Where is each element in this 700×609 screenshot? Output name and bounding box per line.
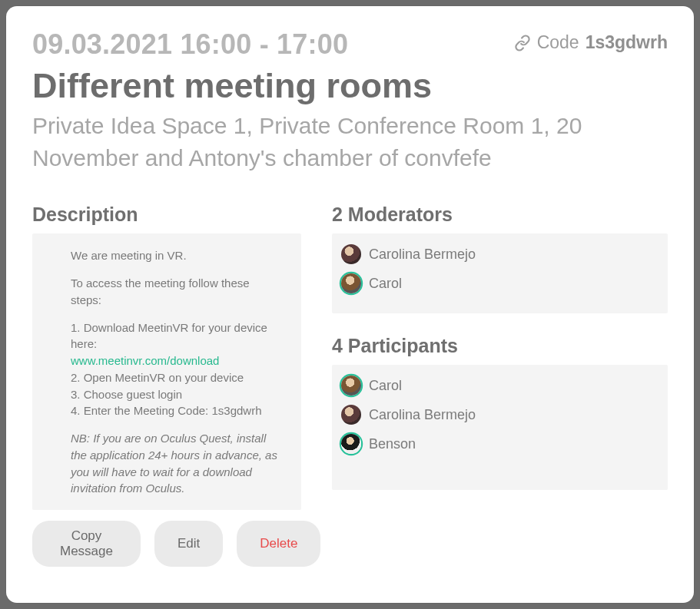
header-row: 09.03.2021 16:00 - 17:00 Code 1s3gdwrh <box>32 29 668 60</box>
desc-step3: 3. Choose guest login <box>71 388 182 401</box>
person-row[interactable]: Benson <box>338 429 662 458</box>
copy-message-button[interactable]: Copy Message <box>32 521 141 567</box>
participants-heading: 4 Participants <box>332 335 668 357</box>
edit-button[interactable]: Edit <box>154 521 223 567</box>
description-section: Description We are meeting in VR. To acc… <box>32 204 301 567</box>
person-name: Carol <box>369 276 402 292</box>
meeting-detail-window: 09.03.2021 16:00 - 17:00 Code 1s3gdwrh D… <box>6 6 694 603</box>
person-name: Carol <box>369 378 402 394</box>
person-name: Benson <box>369 436 416 452</box>
body-grid: Description We are meeting in VR. To acc… <box>32 204 668 567</box>
avatar <box>341 273 361 293</box>
meeting-title: Different meeting rooms <box>32 66 668 106</box>
avatar <box>341 376 361 396</box>
link-icon <box>514 35 531 51</box>
avatar <box>341 434 361 454</box>
person-row[interactable]: Carol <box>338 371 662 400</box>
action-buttons: Copy Message Edit Delete <box>32 521 301 567</box>
desc-step1-prefix: 1. Download MeetinVR for your device her… <box>71 321 267 351</box>
desc-steps-lead: To access the meeting follow these steps… <box>71 275 283 309</box>
code-value: 1s3gdwrh <box>586 32 668 53</box>
avatar <box>341 405 361 425</box>
delete-button[interactable]: Delete <box>237 521 320 567</box>
moderators-heading: 2 Moderators <box>332 204 668 226</box>
desc-steps: 1. Download MeetinVR for your device her… <box>71 319 283 420</box>
people-column: 2 Moderators Carolina BermejoCarol 4 Par… <box>332 204 668 567</box>
moderators-list[interactable]: Carolina BermejoCarol <box>332 233 668 313</box>
desc-note: NB: If you are on Oculus Quest, install … <box>71 430 283 497</box>
person-name: Carolina Bermejo <box>369 407 476 423</box>
person-row[interactable]: Carolina Bermejo <box>338 400 662 429</box>
meeting-code: Code 1s3gdwrh <box>514 32 668 53</box>
person-row[interactable]: Carol <box>338 269 662 298</box>
download-link[interactable]: www.meetinvr.com/download <box>71 354 219 367</box>
description-box[interactable]: We are meeting in VR. To access the meet… <box>32 233 301 510</box>
meeting-rooms: Private Idea Space 1, Private Conference… <box>32 110 632 174</box>
avatar <box>341 244 361 264</box>
desc-step2: 2. Open MeetinVR on your device <box>71 371 244 384</box>
desc-step4: 4. Enter the Meeting Code: 1s3gdwrh <box>71 404 261 417</box>
person-row[interactable]: Carolina Bermejo <box>338 240 662 269</box>
person-name: Carolina Bermejo <box>369 247 476 263</box>
code-label: Code <box>537 32 579 53</box>
meeting-datetime: 09.03.2021 16:00 - 17:00 <box>32 29 348 60</box>
description-heading: Description <box>32 204 301 226</box>
participants-list[interactable]: CarolCarolina BermejoBenson <box>332 365 668 490</box>
desc-intro: We are meeting in VR. <box>71 247 283 264</box>
